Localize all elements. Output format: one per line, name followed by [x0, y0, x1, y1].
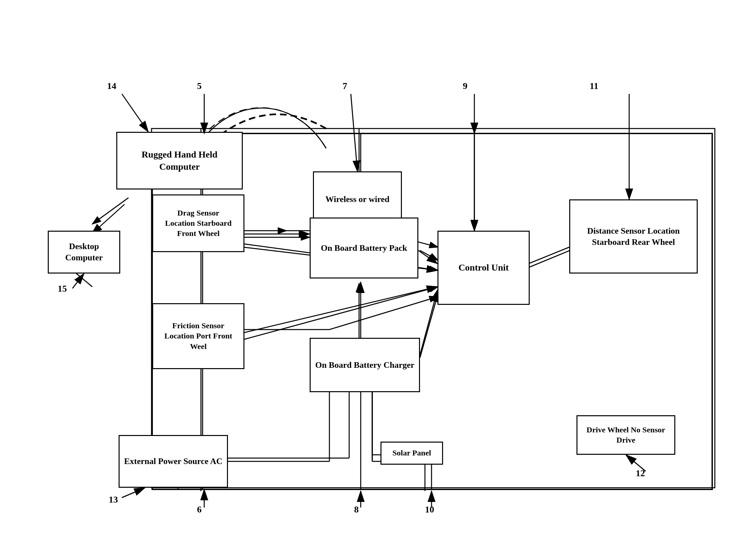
svg-line-41 [418, 290, 438, 361]
label-7: 7 [343, 81, 347, 91]
wireless-label: Wireless or wired [325, 194, 390, 205]
label-5: 5 [197, 81, 202, 91]
drive-wheel-box: Drive Wheel No Sensor Drive [576, 415, 675, 455]
label-6: 6 [197, 504, 202, 515]
diagram: Rugged Hand Held Computer Desktop Comput… [0, 0, 756, 553]
svg-line-38 [243, 287, 438, 333]
distance-sensor-box: Distance Sensor Location Starboard Rear … [569, 200, 698, 273]
label-8: 8 [354, 504, 359, 515]
label-10: 10 [425, 504, 434, 515]
external-power-box: External Power Source AC [119, 435, 228, 488]
label-12: 12 [636, 468, 645, 479]
external-power-label: External Power Source AC [124, 456, 223, 467]
friction-sensor-label: Friction Sensor Location Port Front Weel [157, 321, 240, 351]
solar-panel-box: Solar Panel [380, 442, 443, 465]
battery-pack-box: On Board Battery Pack [310, 218, 418, 279]
desktop-computer-label: Desktop Computer [53, 241, 115, 263]
distance-sensor-label: Distance Sensor Location Starboard Rear … [574, 225, 693, 248]
drag-sensor-box: Drag SensorLocation StarboardFront Wheel [152, 194, 245, 252]
friction-sensor-box: Friction Sensor Location Port Front Weel [152, 303, 245, 369]
label-9: 9 [463, 81, 467, 91]
svg-line-39 [418, 250, 438, 264]
svg-line-51 [92, 204, 124, 234]
battery-pack-label: On Board Battery Pack [321, 243, 407, 254]
label-14: 14 [107, 81, 116, 91]
control-unit-box: Control Unit [438, 231, 530, 305]
rugged-computer-label: Rugged Hand Held Computer [121, 149, 238, 173]
label-15: 15 [58, 284, 67, 294]
drag-sensor-label: Drag SensorLocation StarboardFront Wheel [165, 208, 231, 239]
battery-charger-box: On Board Battery Charger [310, 338, 420, 392]
desktop-computer-box: Desktop Computer [48, 231, 120, 273]
control-unit-label: Control Unit [459, 262, 509, 273]
rugged-computer-box: Rugged Hand Held Computer [116, 132, 243, 189]
solar-panel-label: Solar Panel [392, 448, 431, 458]
drive-wheel-label: Drive Wheel No Sensor Drive [581, 425, 670, 445]
label-11: 11 [590, 81, 598, 91]
label-13: 13 [109, 494, 118, 505]
battery-charger-label: On Board Battery Charger [315, 360, 414, 371]
